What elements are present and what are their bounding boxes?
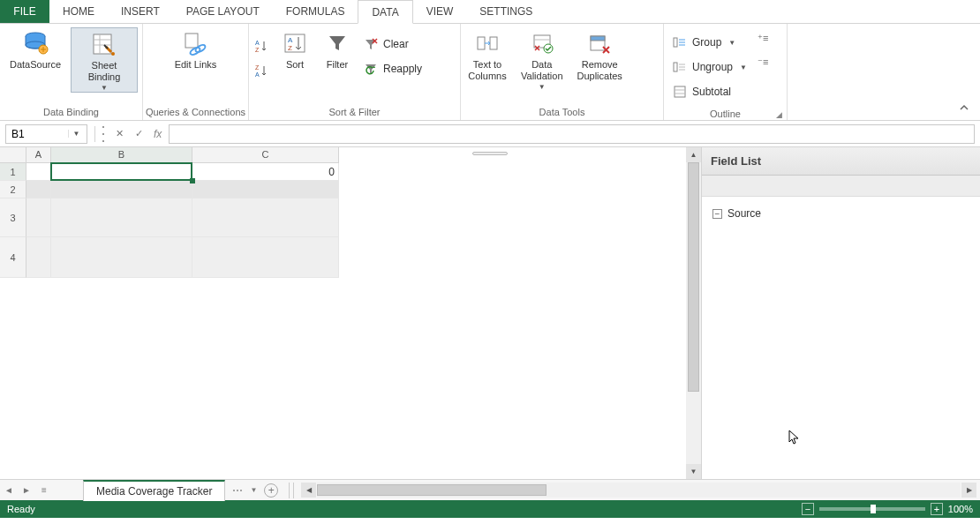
cell[interactable] bbox=[192, 181, 339, 198]
ungroup-button[interactable]: Ungroup▼ bbox=[673, 57, 747, 77]
remove-duplicates-icon bbox=[585, 29, 614, 57]
add-sheet-icon[interactable]: + bbox=[264, 483, 278, 498]
fx-icon[interactable]: fx bbox=[150, 128, 165, 140]
tab-settings[interactable]: SETTINGS bbox=[466, 0, 546, 23]
cell[interactable] bbox=[26, 181, 51, 198]
datasource-button[interactable]: DataSource bbox=[0, 27, 71, 71]
tab-view[interactable]: VIEW bbox=[413, 0, 467, 23]
clear-label: Clear bbox=[383, 38, 409, 50]
tab-home[interactable]: HOME bbox=[49, 0, 108, 23]
remove-duplicates-button[interactable]: Remove Duplicates bbox=[570, 27, 629, 82]
spreadsheet-grid[interactable]: A B C 1 0 2 3 4 bbox=[0, 147, 702, 479]
zoom-in-button[interactable]: + bbox=[931, 503, 943, 515]
row-header-4[interactable]: 4 bbox=[0, 237, 26, 278]
svg-point-4 bbox=[111, 52, 115, 56]
cell[interactable] bbox=[51, 198, 192, 237]
col-header-c[interactable]: C bbox=[192, 147, 339, 163]
text-to-columns-button[interactable]: Text to Columns bbox=[461, 27, 514, 82]
sort-asc-icon: AZ bbox=[254, 39, 268, 53]
row-header-2[interactable]: 2 bbox=[0, 181, 26, 198]
dialog-launcher-icon[interactable]: ◢ bbox=[774, 110, 783, 119]
tab-page-layout[interactable]: PAGE LAYOUT bbox=[173, 0, 273, 23]
subtotal-icon bbox=[673, 85, 687, 99]
database-icon bbox=[21, 29, 49, 57]
row-header-3[interactable]: 3 bbox=[0, 198, 26, 237]
edit-links-icon bbox=[181, 29, 209, 57]
sort-desc-button[interactable]: ZA bbox=[254, 61, 268, 80]
sheet-binding-label: Sheet Binding bbox=[88, 60, 121, 83]
scroll-right-icon[interactable]: ▶ bbox=[961, 483, 976, 498]
row-header-1[interactable]: 1 bbox=[0, 163, 26, 181]
drag-handle-icon[interactable] bbox=[102, 126, 108, 142]
dropdown-icon: ▼ bbox=[101, 84, 108, 92]
reapply-icon bbox=[364, 62, 378, 76]
name-box-input[interactable] bbox=[6, 128, 68, 140]
show-detail-icon[interactable]: ⁺≡ bbox=[758, 33, 768, 44]
sheet-nav-first-icon[interactable]: ◄ bbox=[0, 480, 18, 501]
cell[interactable] bbox=[26, 198, 51, 237]
svg-rect-22 bbox=[674, 63, 677, 71]
cell[interactable] bbox=[26, 163, 51, 181]
scroll-down-icon[interactable]: ▼ bbox=[686, 464, 701, 479]
cell[interactable] bbox=[26, 237, 51, 278]
tab-formulas[interactable]: FORMULAS bbox=[273, 0, 358, 23]
tree-item-source[interactable]: − Source bbox=[709, 206, 973, 221]
tab-insert[interactable]: INSERT bbox=[108, 0, 173, 23]
sort-asc-button[interactable]: AZ bbox=[254, 36, 268, 56]
cell[interactable] bbox=[192, 237, 339, 278]
zoom-thumb[interactable] bbox=[871, 505, 876, 513]
tab-data[interactable]: DATA bbox=[358, 0, 412, 24]
sheet-binding-button[interactable]: Sheet Binding ▼ bbox=[71, 27, 138, 93]
ribbon: DataSource Sheet Binding ▼ Data Binding … bbox=[0, 24, 980, 121]
cell-active[interactable] bbox=[51, 163, 192, 181]
svg-rect-5 bbox=[185, 34, 198, 48]
edit-links-button[interactable]: Edit Links bbox=[168, 27, 224, 71]
cell[interactable] bbox=[192, 198, 339, 237]
zoom-level[interactable]: 100% bbox=[948, 504, 973, 514]
zoom-slider[interactable] bbox=[819, 507, 925, 511]
data-validation-button[interactable]: Data Validation ▼ bbox=[514, 27, 570, 91]
vertical-scrollbar[interactable]: ▲ ▼ bbox=[686, 147, 701, 479]
fill-handle[interactable] bbox=[190, 178, 195, 183]
sort-button[interactable]: AZ Sort bbox=[274, 27, 316, 71]
formula-input[interactable] bbox=[169, 124, 975, 144]
filter-icon bbox=[323, 29, 351, 57]
name-box-dropdown-icon[interactable]: ▼ bbox=[68, 130, 84, 138]
tree-collapse-icon[interactable]: − bbox=[712, 209, 722, 219]
select-all-corner[interactable] bbox=[0, 147, 26, 163]
tab-file[interactable]: FILE bbox=[0, 0, 49, 23]
sheet-nav-next-icon[interactable]: ► bbox=[18, 480, 35, 501]
cell[interactable] bbox=[51, 181, 192, 198]
group-button[interactable]: Group▼ bbox=[673, 33, 747, 52]
hide-detail-icon[interactable]: ⁻≡ bbox=[758, 56, 768, 68]
clear-button[interactable]: Clear bbox=[364, 34, 422, 54]
cell[interactable]: 0 bbox=[192, 163, 339, 181]
zoom-out-button[interactable]: − bbox=[802, 503, 814, 515]
col-header-a[interactable]: A bbox=[26, 147, 51, 163]
svg-text:Z: Z bbox=[255, 64, 260, 71]
horizontal-scrollbar[interactable]: ◀ ▶ bbox=[298, 483, 980, 498]
tab-splitter[interactable] bbox=[289, 483, 294, 498]
svg-rect-23 bbox=[675, 86, 685, 97]
sheet-dropdown-icon[interactable]: ▼ bbox=[250, 486, 257, 494]
collapse-ribbon-icon[interactable] bbox=[957, 101, 971, 115]
sheet-list-icon[interactable]: ≡ bbox=[35, 480, 53, 501]
cancel-formula-icon[interactable]: ✕ bbox=[111, 126, 127, 142]
data-validation-label: Data Validation bbox=[521, 59, 563, 82]
cell[interactable] bbox=[51, 237, 192, 278]
subtotal-button[interactable]: Subtotal bbox=[673, 82, 747, 101]
scroll-left-icon[interactable]: ◀ bbox=[301, 483, 316, 498]
svg-rect-15 bbox=[478, 37, 485, 49]
col-header-b[interactable]: B bbox=[51, 147, 192, 163]
name-box[interactable]: ▼ bbox=[5, 124, 87, 144]
sheet-tab[interactable]: Media Coverage Tracker bbox=[83, 480, 225, 501]
scroll-up-icon[interactable]: ▲ bbox=[686, 147, 701, 162]
reapply-button[interactable]: Reapply bbox=[364, 59, 422, 79]
svg-text:A: A bbox=[288, 36, 293, 44]
clear-icon bbox=[364, 37, 378, 51]
enter-formula-icon[interactable]: ✓ bbox=[131, 126, 147, 142]
filter-button[interactable]: Filter bbox=[316, 27, 358, 71]
hscroll-thumb[interactable] bbox=[317, 484, 547, 496]
scroll-thumb[interactable] bbox=[688, 162, 699, 392]
sheet-menu-icon[interactable]: ⋯ bbox=[232, 484, 243, 497]
